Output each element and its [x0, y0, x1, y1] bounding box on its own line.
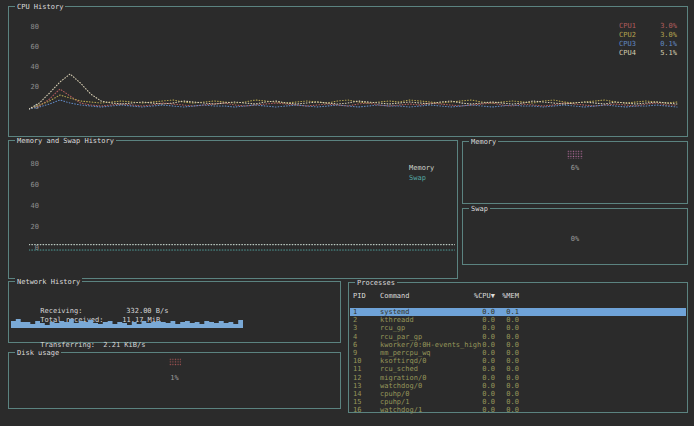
mem-swap-legend: MemorySwap — [409, 163, 447, 183]
swap-gauge-panel: Swap 0% — [462, 208, 688, 265]
network-history-panel: Network History Receiving:332.00 B/s Tot… — [8, 281, 341, 343]
process-mem: 0.0 — [495, 374, 519, 382]
process-mem: 0.0 — [495, 324, 519, 332]
system-monitor-screen: CPU History 806040200 CPU13.0%CPU23.0%CP… — [0, 0, 694, 426]
mem-swap-history-title: Memory and Swap History — [15, 137, 116, 145]
cpu-legend-item: CPU30.1% — [619, 40, 677, 49]
swap-gauge-value: 0% — [463, 235, 687, 243]
process-row[interactable]: 11rcu_sched0.00.0 — [350, 365, 686, 373]
process-mem: 0.0 — [495, 365, 519, 373]
swap-gauge-title: Swap — [469, 205, 490, 213]
process-cpu: 0.0 — [470, 333, 495, 341]
process-pid: 2 — [353, 316, 380, 324]
process-command: migration/0 — [380, 374, 470, 382]
process-mem: 0.0 — [495, 333, 519, 341]
processes-panel: Processes PID Command %CPU▼ %MEM 1system… — [348, 282, 688, 413]
process-command: rcu_gp — [380, 324, 470, 332]
process-row[interactable]: 9mm_percpu_wq0.00.0 — [350, 349, 686, 357]
process-pid: 16 — [353, 406, 380, 414]
network-history-title: Network History — [15, 278, 82, 286]
process-row[interactable]: 14cpuhp/00.00.0 — [350, 390, 686, 398]
chart-line — [29, 74, 677, 109]
process-cpu: 0.0 — [470, 308, 495, 316]
process-command: watchdog/0 — [380, 382, 470, 390]
process-cpu: 0.0 — [470, 349, 495, 357]
process-row[interactable]: 10ksoftirqd/00.00.0 — [350, 357, 686, 365]
memory-gauge-panel: Memory 6% — [462, 141, 688, 204]
process-mem: 0.0 — [495, 357, 519, 365]
sparkline-area — [11, 319, 243, 328]
process-command: cpuhp/1 — [380, 398, 470, 406]
process-cpu: 0.0 — [470, 365, 495, 373]
process-row[interactable]: 6kworker/0:0H-events_high0.00.0 — [350, 341, 686, 349]
process-pid: 6 — [353, 341, 380, 349]
process-row[interactable]: 3rcu_gp0.00.0 — [350, 324, 686, 332]
cpu-history-title: CPU History — [15, 3, 65, 11]
process-mem: 0.0 — [495, 382, 519, 390]
process-cpu: 0.0 — [470, 357, 495, 365]
memory-gauge-title: Memory — [469, 138, 498, 146]
disk-usage-panel: Disk usage 1% — [8, 352, 341, 409]
process-mem: 0.0 — [495, 406, 519, 414]
process-row[interactable]: 16watchdog/10.00.0 — [350, 406, 686, 414]
cpu-legend-label: CPU2 — [619, 31, 636, 40]
process-command: mm_percpu_wq — [380, 349, 470, 357]
column-header-cpu-sort[interactable]: %CPU▼ — [470, 292, 495, 300]
process-cpu: 0.0 — [470, 390, 495, 398]
process-pid: 10 — [353, 357, 380, 365]
process-pid: 1 — [353, 308, 380, 316]
cpu-legend-value: 0.1% — [660, 40, 677, 49]
process-pid: 4 — [353, 333, 380, 341]
process-row[interactable]: 12migration/00.00.0 — [350, 374, 686, 382]
cpu-legend-value: 5.1% — [660, 49, 677, 58]
network-receive-sparkline — [11, 315, 243, 328]
process-command: systemd — [380, 308, 470, 316]
process-cpu: 0.0 — [470, 316, 495, 324]
transferring-label: Transferring: — [40, 341, 103, 349]
process-command: rcu_par_gp — [380, 333, 470, 341]
process-pid: 12 — [353, 374, 380, 382]
process-row[interactable]: 1systemd0.00.1 — [350, 308, 686, 316]
process-row[interactable]: 2kthreadd0.00.0 — [350, 316, 686, 324]
process-mem: 0.1 — [495, 308, 519, 316]
process-command: watchdog/1 — [380, 406, 470, 414]
process-command: kthreadd — [380, 316, 470, 324]
process-mem: 0.0 — [495, 398, 519, 406]
process-pid: 3 — [353, 324, 380, 332]
cpu-legend-item: CPU23.0% — [619, 31, 677, 40]
process-mem: 0.0 — [495, 341, 519, 349]
mem-swap-legend-item: Swap — [409, 173, 447, 183]
column-header-pid: PID — [353, 292, 380, 300]
column-header-command: Command — [380, 292, 470, 300]
mem-swap-legend-item: Memory — [409, 163, 447, 173]
memory-gauge-donut — [567, 150, 583, 159]
column-header-mem[interactable]: %MEM — [495, 292, 519, 300]
cpu-history-chart — [29, 19, 679, 119]
disk-usage-donut — [169, 358, 181, 366]
process-table-body: 1systemd0.00.12kthreadd0.00.03rcu_gp0.00… — [350, 308, 686, 414]
cpu-legend-item: CPU13.0% — [619, 22, 677, 31]
process-command: rcu_sched — [380, 365, 470, 373]
process-pid: 9 — [353, 349, 380, 357]
process-pid: 15 — [353, 398, 380, 406]
process-command: kworker/0:0H-events_high — [380, 341, 470, 349]
process-command: ksoftirqd/0 — [380, 357, 470, 365]
disk-usage-value: 1% — [9, 374, 340, 382]
process-table-header: PID Command %CPU▼ %MEM — [350, 292, 686, 300]
process-row[interactable]: 4rcu_par_gp0.00.0 — [350, 333, 686, 341]
processes-title: Processes — [355, 279, 397, 287]
process-pid: 11 — [353, 365, 380, 373]
process-row[interactable]: 15cpuhp/10.00.0 — [350, 398, 686, 406]
process-mem: 0.0 — [495, 349, 519, 357]
cpu-legend-label: CPU4 — [619, 49, 636, 58]
mem-swap-history-panel: Memory and Swap History 806040200 Memory… — [8, 140, 458, 279]
cpu-legend-value: 3.0% — [660, 22, 677, 31]
process-pid: 13 — [353, 382, 380, 390]
process-cpu: 0.0 — [470, 398, 495, 406]
cpu-legend-value: 3.0% — [660, 31, 677, 40]
process-cpu: 0.0 — [470, 374, 495, 382]
process-cpu: 0.0 — [470, 324, 495, 332]
chart-line — [29, 89, 677, 109]
process-cpu: 0.0 — [470, 406, 495, 414]
process-row[interactable]: 13watchdog/00.00.0 — [350, 382, 686, 390]
